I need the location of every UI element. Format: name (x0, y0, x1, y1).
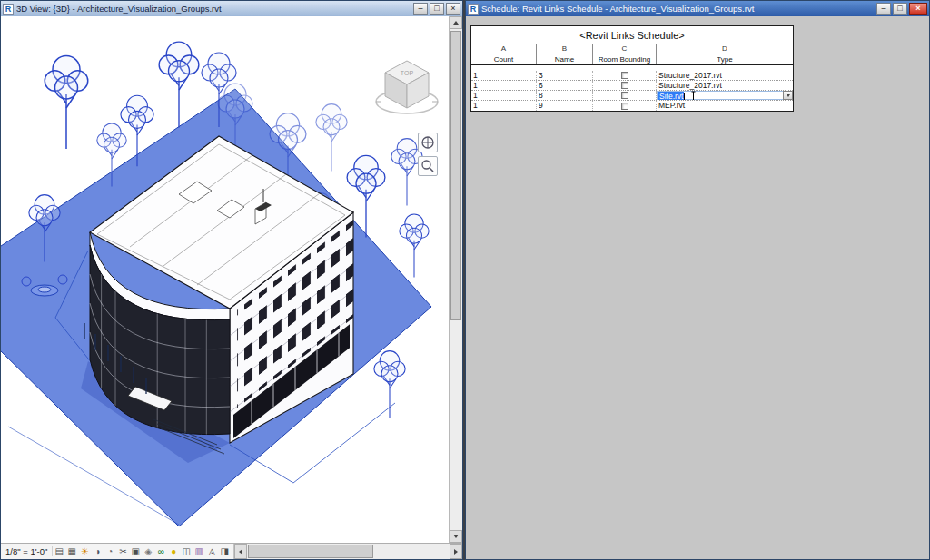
scroll-up-button[interactable] (450, 16, 462, 29)
table-row: 1 6 Structure_2017.rvt (471, 81, 793, 91)
temp-view-properties-icon[interactable]: ▥ (193, 544, 205, 559)
view-control-icons: ▤▦☀◑◔✂▣◈∞●◫▥◬◨ (53, 544, 231, 559)
room-bounding-checkbox[interactable] (621, 103, 628, 110)
3d-view-window: R 3D View: {3D} - Architecture_Visualiza… (0, 0, 463, 560)
column-letters-row: A B C D (471, 44, 793, 54)
show-rendering-icon[interactable]: ◔ (104, 544, 116, 559)
scroll-left-button[interactable] (234, 544, 247, 559)
reveal-hidden-icon[interactable]: ● (167, 544, 180, 559)
column-letter: A (471, 44, 537, 54)
text-cursor-icon (690, 91, 697, 100)
lock-3d-view-icon[interactable]: ◈ (142, 544, 154, 559)
cell-count[interactable]: 1 (471, 81, 537, 90)
vertical-scrollbar-thumb[interactable] (450, 31, 461, 320)
schedule-view-area: <Revit Links Schedule> A B C D Count Nam… (466, 16, 929, 559)
scale-control[interactable]: 1/8" = 1'-0" (1, 546, 53, 556)
type-dropdown-button[interactable] (783, 91, 793, 100)
viewcube[interactable]: TOP (372, 49, 441, 123)
cell-type[interactable]: Structure_2017.rvt (657, 71, 793, 80)
displacement-sets-icon[interactable]: ◨ (218, 544, 231, 559)
scroll-down-button[interactable] (450, 530, 462, 543)
text-caret (684, 93, 685, 101)
cell-count[interactable]: 1 (471, 71, 537, 80)
cell-count[interactable]: 1 (471, 101, 537, 111)
cell-name[interactable]: 6 (537, 81, 593, 90)
vertical-scrollbar[interactable] (449, 16, 462, 543)
cell-room-bounding[interactable] (593, 101, 657, 111)
schedule-title: <Revit Links Schedule> (471, 26, 793, 44)
close-button[interactable]: × (446, 3, 460, 15)
header-type[interactable]: Type (657, 54, 793, 64)
viewcube-top-label: TOP (401, 70, 414, 76)
header-room-bounding[interactable]: Room Bounding (593, 54, 657, 64)
steering-wheel-icon[interactable] (418, 133, 438, 152)
schedule-icon: R (468, 4, 479, 15)
room-bounding-checkbox[interactable] (621, 92, 628, 99)
show-crop-region-icon[interactable]: ▣ (129, 544, 142, 559)
maximize-button[interactable]: □ (893, 3, 907, 15)
cell-count[interactable]: 1 (471, 91, 537, 100)
scroll-right-button[interactable] (450, 544, 462, 559)
hide-isolate-icon[interactable]: ∞ (154, 544, 167, 559)
cell-type[interactable]: Structure_2017.rvt (657, 81, 793, 90)
view-control-bar: 1/8" = 1'-0" ▤▦☀◑◔✂▣◈∞●◫▥◬◨ (1, 543, 462, 559)
3d-viewport[interactable]: TOP (1, 16, 449, 543)
sun-path-icon[interactable]: ☀ (78, 544, 91, 559)
shadows-icon[interactable]: ◑ (91, 544, 104, 559)
visual-style-icon[interactable]: ▦ (65, 544, 78, 559)
crop-view-icon[interactable]: ✂ (116, 544, 129, 559)
cell-name[interactable]: 9 (537, 101, 593, 111)
revit-workspace: R 3D View: {3D} - Architecture_Visualiza… (0, 0, 930, 560)
room-bounding-checkbox[interactable] (621, 82, 628, 89)
revit-view-icon: R (3, 4, 14, 15)
cell-room-bounding[interactable] (593, 91, 657, 100)
minimize-button[interactable]: – (413, 3, 428, 15)
revit-links-schedule-table: <Revit Links Schedule> A B C D Count Nam… (470, 25, 794, 112)
column-headers-row: Count Name Room Bounding Type (471, 54, 793, 65)
cell-room-bounding[interactable] (593, 81, 657, 90)
detail-level-icon[interactable]: ▤ (53, 544, 65, 559)
header-count[interactable]: Count (471, 54, 537, 64)
column-letter: C (593, 44, 657, 54)
zoom-icon[interactable] (418, 156, 438, 176)
cell-name[interactable]: 3 (537, 71, 593, 80)
selected-text: Site.rvt (658, 92, 684, 100)
cell-type-editing[interactable]: Site.rvt (657, 91, 793, 100)
cell-type[interactable]: MEP.rvt (657, 101, 793, 111)
column-letter: D (657, 44, 793, 54)
restore-button[interactable]: □ (430, 3, 444, 15)
horizontal-scrollbar[interactable] (233, 544, 462, 559)
room-bounding-checkbox[interactable] (621, 72, 628, 79)
right-window-title: Schedule: Revit Links Schedule - Archite… (481, 4, 874, 14)
header-name[interactable]: Name (537, 54, 593, 64)
cell-name[interactable]: 8 (537, 91, 593, 100)
close-button[interactable]: × (909, 3, 927, 15)
minimize-button[interactable]: – (876, 3, 891, 15)
table-row: 1 9 MEP.rvt (471, 101, 793, 111)
horizontal-scrollbar-thumb[interactable] (248, 545, 373, 558)
navigation-bar (418, 133, 440, 176)
worksharing-display-icon[interactable]: ◫ (180, 544, 193, 559)
analytical-model-icon[interactable]: ◬ (205, 544, 218, 559)
left-window-titlebar[interactable]: R 3D View: {3D} - Architecture_Visualiza… (1, 1, 462, 16)
right-window-titlebar[interactable]: R Schedule: Revit Links Schedule - Archi… (466, 1, 929, 16)
table-row: 1 3 Structure_2017.rvt (471, 71, 793, 81)
schedule-window: R Schedule: Revit Links Schedule - Archi… (465, 0, 930, 560)
cell-room-bounding[interactable] (593, 71, 657, 80)
column-letter: B (537, 44, 593, 54)
left-window-title: 3D View: {3D} - Architecture_Visualizati… (16, 4, 411, 14)
table-row-active: 1 8 Site.rvt (471, 91, 793, 101)
